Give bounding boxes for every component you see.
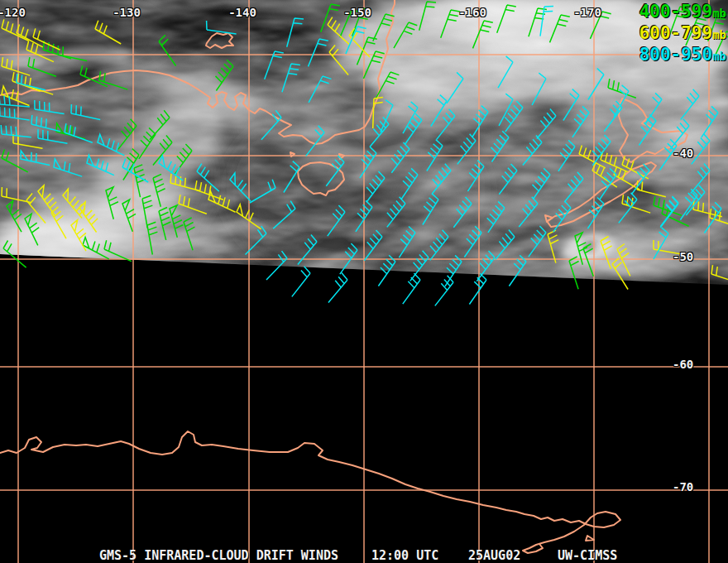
wind-barb [328, 273, 347, 303]
latitude-label: -70 [673, 480, 693, 493]
valid-date: 25AUG02 [468, 548, 520, 563]
valid-time: 12:00 UTC [371, 548, 438, 563]
legend-row-high: 400-599mb [639, 1, 726, 22]
latitude-label: -50 [673, 250, 693, 263]
legend-unit: mb [712, 7, 726, 20]
legend-range: 800-950 [639, 45, 713, 65]
latitude-label: -60 [673, 358, 693, 371]
longitude-label: -140 [228, 6, 256, 19]
legend-row-low: 800-950mb [639, 44, 726, 65]
wind-barb [403, 273, 420, 304]
longitude-label: -170 [573, 6, 601, 19]
product-title: GMS-5 INFRARED-CLOUD DRIFT WINDS [99, 548, 338, 563]
map-canvas [0, 0, 728, 563]
source-credit: UW-CIMSS [558, 548, 617, 563]
wind-barb [435, 276, 453, 306]
latitude-label: -40 [673, 147, 693, 160]
legend-range: 400-599 [639, 2, 713, 22]
antarctica-coast [0, 431, 620, 553]
antarctica-islet [586, 536, 594, 541]
wind-barb [469, 273, 486, 304]
satellite-wind-map: -120-130-140-150-160-170 -40-50-60-70 40… [0, 0, 728, 563]
longitude-label: -120 [0, 6, 26, 19]
pressure-legend: 400-599mb 600-799mb 800-950mb [639, 1, 726, 65]
legend-unit: mb [712, 50, 726, 63]
longitude-label: -160 [458, 6, 486, 19]
legend-range: 600-799 [639, 23, 713, 43]
longitude-label: -150 [343, 6, 371, 19]
legend-unit: mb [712, 28, 726, 41]
legend-row-mid: 600-799mb [639, 22, 726, 44]
wind-barb [292, 267, 310, 297]
longitude-label: -130 [113, 6, 141, 19]
